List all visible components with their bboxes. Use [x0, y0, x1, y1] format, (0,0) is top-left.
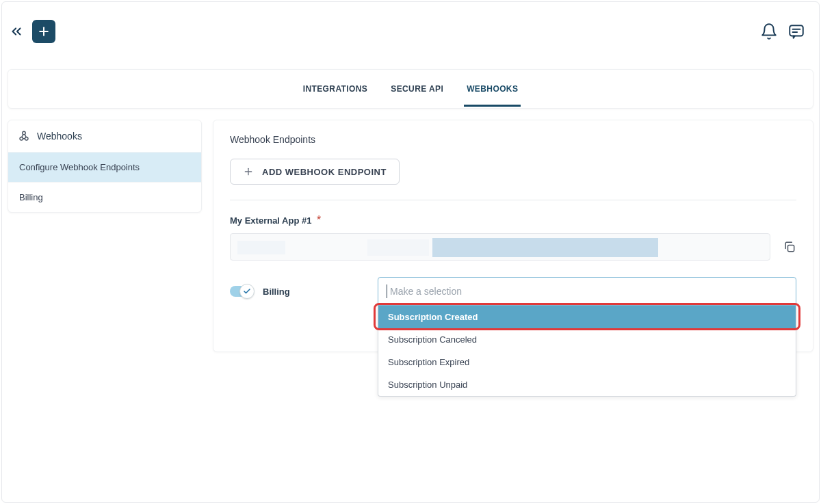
billing-toggle-group: Billing — [230, 286, 364, 297]
svg-point-7 — [23, 131, 26, 135]
endpoint-label: My External App #1 — [230, 215, 311, 226]
tab-webhooks[interactable]: WEBHOOKS — [464, 72, 521, 107]
redacted-segment — [367, 239, 429, 256]
sidebar-item-billing[interactable]: Billing — [8, 183, 201, 212]
main-panel: Webhook Endpoints ADD WEBHOOK ENDPOINT M… — [213, 120, 813, 352]
redacted-segment — [237, 241, 285, 254]
event-select-dropdown: Subscription Created Subscription Cancel… — [378, 306, 796, 397]
toggle-knob — [239, 284, 255, 299]
endpoint-label-row: My External App #1 * — [230, 214, 796, 226]
sidebar-item-configure-endpoints[interactable]: Configure Webhook Endpoints — [8, 152, 201, 183]
svg-point-6 — [25, 137, 29, 141]
sidebar-item-label: Billing — [19, 192, 43, 202]
notifications-button[interactable] — [760, 23, 778, 40]
event-select-input[interactable]: Make a selection — [378, 277, 796, 306]
message-icon — [787, 23, 805, 40]
endpoint-url-input[interactable] — [230, 233, 770, 261]
svg-rect-2 — [790, 25, 803, 36]
plus-icon — [37, 25, 51, 38]
svg-rect-10 — [788, 246, 794, 252]
add-webhook-endpoint-label: ADD WEBHOOK ENDPOINT — [262, 167, 387, 177]
copy-button[interactable] — [783, 240, 796, 254]
sidebar-item-label: Configure Webhook Endpoints — [19, 162, 140, 172]
required-indicator: * — [317, 214, 321, 226]
dropdown-option-subscription-canceled[interactable]: Subscription Canceled — [378, 328, 796, 351]
main-title: Webhook Endpoints — [230, 134, 796, 145]
sidebar-header: Webhooks — [8, 120, 201, 152]
chevrons-left-icon — [9, 24, 24, 39]
dropdown-option-subscription-unpaid[interactable]: Subscription Unpaid — [378, 373, 796, 396]
redacted-segment — [432, 238, 658, 257]
plus-icon — [243, 166, 254, 177]
event-select-placeholder: Make a selection — [390, 286, 462, 297]
tabs-card: INTEGRATIONS SECURE API WEBHOOKS — [8, 69, 813, 109]
copy-icon — [783, 240, 796, 254]
messages-button[interactable] — [787, 23, 805, 40]
billing-toggle-label: Billing — [263, 287, 290, 297]
add-webhook-endpoint-button[interactable]: ADD WEBHOOK ENDPOINT — [230, 159, 400, 185]
sidebar-title: Webhooks — [37, 131, 82, 142]
tab-integrations[interactable]: INTEGRATIONS — [300, 72, 371, 107]
top-bar — [2, 2, 819, 61]
divider — [230, 200, 796, 200]
billing-toggle[interactable] — [230, 286, 253, 297]
webhook-icon — [18, 130, 30, 142]
dropdown-option-subscription-expired[interactable]: Subscription Expired — [378, 351, 796, 373]
sidebar: Webhooks Configure Webhook Endpoints Bil… — [8, 120, 202, 213]
text-cursor — [387, 284, 387, 298]
event-select[interactable]: Make a selection Subscription Created Su… — [378, 277, 796, 306]
check-icon — [243, 287, 251, 295]
collapse-sidebar-button[interactable] — [9, 24, 24, 39]
bell-icon — [760, 23, 778, 40]
dropdown-option-subscription-created[interactable]: Subscription Created — [378, 306, 796, 328]
add-button[interactable] — [32, 20, 55, 43]
tab-secure-api[interactable]: SECURE API — [388, 72, 446, 107]
svg-point-5 — [20, 137, 23, 141]
